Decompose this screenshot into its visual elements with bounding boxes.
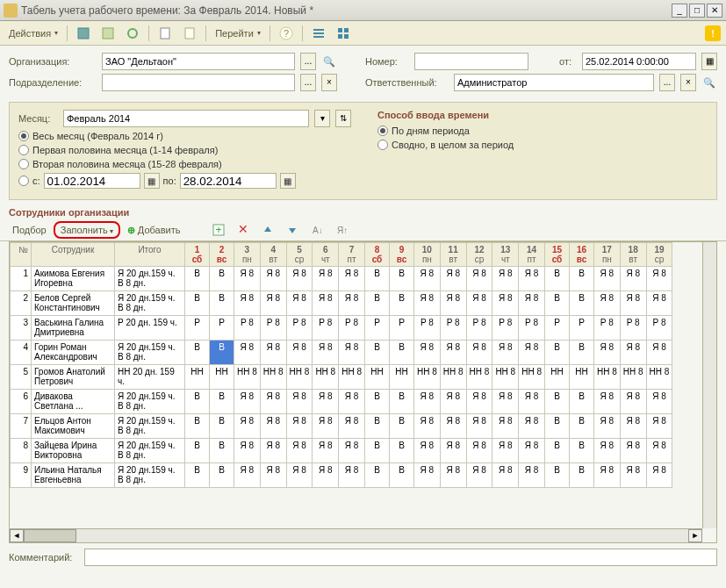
- radio-first-label: Первая половина месяца (1-14 февраля): [32, 145, 218, 155]
- day-header[interactable]: 5ср: [286, 243, 313, 267]
- day-header[interactable]: 4вт: [260, 243, 286, 267]
- svg-rect-9: [313, 32, 324, 34]
- grid-down-icon[interactable]: [282, 221, 303, 239]
- org-input[interactable]: [102, 53, 295, 70]
- resp-search-icon[interactable]: 🔍: [701, 74, 717, 91]
- sort-asc-icon[interactable]: A↓: [306, 221, 327, 239]
- table-row[interactable]: 2Белов Сергей КонстантиновичЯ 20 дн.159 …: [11, 291, 672, 316]
- info-icon[interactable]: !: [705, 25, 721, 41]
- month-spin-button[interactable]: ⇅: [335, 110, 351, 127]
- radio-second-half[interactable]: [18, 159, 29, 169]
- doc-icon[interactable]: [155, 25, 176, 42]
- scroll-right-button[interactable]: ►: [688, 529, 702, 542]
- resp-clear-button[interactable]: ×: [680, 74, 696, 91]
- radio-by-days[interactable]: [377, 125, 388, 136]
- maximize-button[interactable]: □: [689, 4, 705, 18]
- day-header[interactable]: 10пн: [413, 243, 440, 267]
- org-search-icon[interactable]: 🔍: [321, 53, 337, 70]
- help-icon[interactable]: ?: [276, 25, 297, 42]
- settings-icon[interactable]: [333, 25, 354, 42]
- refresh-icon[interactable]: [122, 25, 143, 42]
- date-from-input[interactable]: [44, 173, 140, 189]
- doc2-icon[interactable]: [179, 25, 200, 42]
- day-header[interactable]: 19ср: [646, 243, 672, 267]
- grid-add-icon[interactable]: +: [208, 221, 229, 239]
- vertical-scrollbar[interactable]: [702, 242, 716, 528]
- radio-by-days-label: По дням периода: [392, 125, 470, 136]
- radio-whole-month[interactable]: [18, 131, 29, 141]
- comment-input[interactable]: [84, 549, 717, 566]
- select-button[interactable]: Подбор: [9, 223, 50, 237]
- actions-menu[interactable]: Действия: [5, 26, 61, 40]
- date-to-picker[interactable]: ▦: [280, 173, 296, 189]
- radio-summary[interactable]: [377, 140, 388, 150]
- fill-button[interactable]: Заполнить: [54, 221, 120, 239]
- day-header[interactable]: 17пн: [593, 243, 620, 267]
- table-row[interactable]: 7Ельцов Антон МаксимовичЯ 20 дн.159 ч. В…: [11, 414, 672, 439]
- from-date-picker[interactable]: ▦: [701, 53, 717, 70]
- dept-select-button[interactable]: ...: [300, 74, 316, 91]
- apply-icon[interactable]: [97, 25, 119, 42]
- dept-input[interactable]: [102, 74, 295, 91]
- table-row[interactable]: 3Васькина Галина ДмитриевнаР 20 дн. 159 …: [11, 316, 672, 341]
- sort-desc-icon[interactable]: Я↑: [331, 221, 352, 239]
- month-dropdown-button[interactable]: ▾: [314, 110, 330, 127]
- col-total[interactable]: Итого: [115, 243, 185, 267]
- col-num[interactable]: №: [11, 243, 32, 267]
- table-row[interactable]: 4Горин Роман АлександровичЯ 20 дн.159 ч.…: [11, 341, 672, 365]
- day-header[interactable]: 14пт: [519, 243, 545, 267]
- save-icon[interactable]: [73, 25, 94, 42]
- grid-up-icon[interactable]: [257, 221, 278, 239]
- resp-input[interactable]: [454, 74, 654, 91]
- timesheet-grid[interactable]: №СотрудникИтого1сб2вс3пн4вт5ср6чт7пт8сб9…: [10, 242, 672, 488]
- radio-first-half[interactable]: [18, 145, 29, 155]
- table-row[interactable]: 8Зайцева Ирина ВикторовнаЯ 20 дн.159 ч. …: [11, 439, 672, 463]
- org-select-button[interactable]: ...: [300, 53, 316, 70]
- table-row[interactable]: 9Ильина Наталья ЕвгеньевнаЯ 20 дн.159 ч.…: [11, 463, 672, 488]
- radio-summary-label: Сводно, в целом за период: [392, 140, 514, 150]
- svg-rect-11: [338, 28, 342, 32]
- add-button[interactable]: ⊕ Добавить: [124, 223, 184, 238]
- table-row[interactable]: 6Дивакова Светлана ...Я 20 дн.159 ч. В 8…: [11, 390, 672, 414]
- day-header[interactable]: 11вт: [440, 243, 466, 267]
- day-header[interactable]: 9вс: [389, 243, 413, 267]
- day-header[interactable]: 6чт: [313, 243, 339, 267]
- date-to-input[interactable]: [180, 173, 277, 189]
- day-header[interactable]: 8сб: [364, 243, 389, 267]
- num-input[interactable]: [414, 53, 528, 70]
- scroll-thumb[interactable]: [24, 529, 76, 542]
- close-button[interactable]: ✕: [707, 4, 722, 18]
- scroll-left-button[interactable]: ◄: [10, 529, 24, 542]
- day-header[interactable]: 3пн: [234, 243, 261, 267]
- goto-menu[interactable]: Перейти: [212, 26, 264, 40]
- day-header[interactable]: 16вс: [569, 243, 593, 267]
- date-from-picker[interactable]: ▦: [144, 173, 160, 189]
- horizontal-scrollbar[interactable]: ◄ ►: [10, 528, 702, 542]
- grid-delete-icon[interactable]: ✕: [233, 221, 254, 239]
- day-header[interactable]: 13чт: [492, 243, 519, 267]
- radio-second-label: Вторая половина месяца (15-28 февраля): [32, 159, 222, 169]
- dept-clear-button[interactable]: ×: [321, 74, 337, 91]
- from-date-input[interactable]: [582, 53, 696, 70]
- day-header[interactable]: 12ср: [466, 243, 492, 267]
- day-header[interactable]: 1сб: [185, 243, 210, 267]
- svg-text:Я↑: Я↑: [337, 226, 348, 235]
- svg-rect-13: [338, 34, 342, 39]
- svg-text:A↓: A↓: [313, 226, 323, 235]
- minimize-button[interactable]: _: [672, 4, 687, 18]
- from-label: от:: [559, 56, 577, 67]
- day-header[interactable]: 7пт: [339, 243, 365, 267]
- month-input[interactable]: [63, 110, 309, 127]
- table-row[interactable]: 1Акимова Евгения ИгоревнаЯ 20 дн.159 ч. …: [11, 267, 672, 291]
- list-icon[interactable]: [308, 25, 329, 42]
- resp-select-button[interactable]: ...: [659, 74, 675, 91]
- radio-custom[interactable]: [18, 176, 29, 186]
- col-employee[interactable]: Сотрудник: [32, 243, 115, 267]
- svg-point-3: [128, 29, 137, 38]
- day-header[interactable]: 18вт: [620, 243, 646, 267]
- table-row[interactable]: 5Громов Анатолий ПетровичНН 20 дн. 159 ч…: [11, 365, 672, 390]
- day-header[interactable]: 15сб: [544, 243, 569, 267]
- from-short-label: с:: [32, 176, 40, 186]
- day-header[interactable]: 2вс: [210, 243, 234, 267]
- period-panel: Месяц: ▾ ⇅ Весь месяц (Февраль 2014 г) П…: [9, 102, 717, 200]
